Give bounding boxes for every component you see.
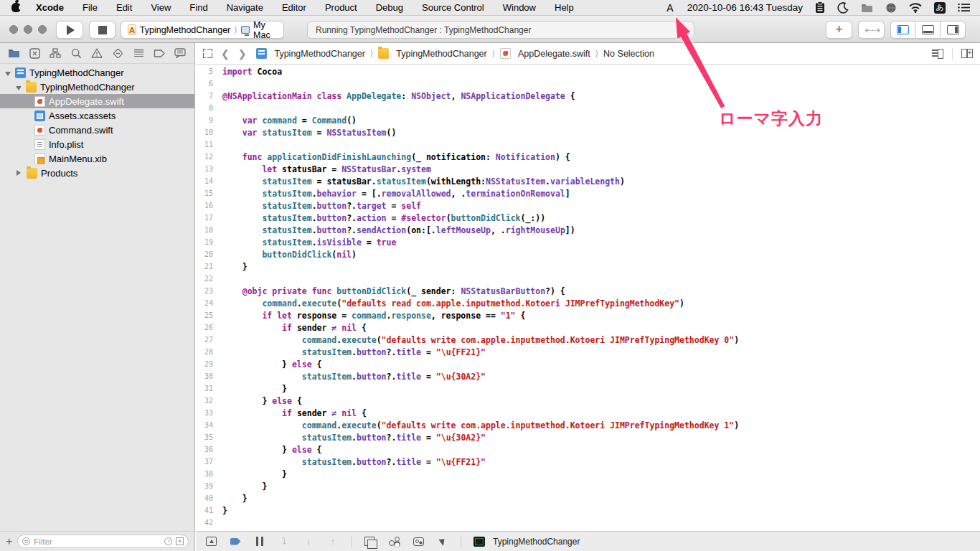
line-number[interactable]: 8 xyxy=(196,104,213,112)
navigator-tab-project[interactable] xyxy=(7,47,20,60)
code-line[interactable]: 27 command.execute("defaults write com.a… xyxy=(196,334,980,346)
line-number[interactable]: 24 xyxy=(196,299,213,307)
step-out-icon[interactable]: ↑ xyxy=(326,535,339,548)
code-line[interactable]: 10 var statusItem = NSStatusItem() xyxy=(196,126,980,138)
code-line[interactable]: 17 statusItem.button?.action = #selector… xyxy=(196,212,980,224)
tree-item-info-plist[interactable]: Info.plist xyxy=(0,137,194,151)
code-review-button[interactable]: ⇠⇢ xyxy=(858,21,885,39)
line-number[interactable]: 14 xyxy=(196,177,213,185)
add-editor-icon[interactable] xyxy=(961,49,973,58)
close-window-button[interactable] xyxy=(9,25,18,34)
navigator-tab-debug[interactable] xyxy=(132,47,145,60)
code-line[interactable]: 37 statusItem.button?.title = "\u{FF21}" xyxy=(196,456,980,468)
code-line[interactable]: 13 let statusBar = NSStatusBar.system xyxy=(196,163,980,175)
tree-item-typingmethodchanger[interactable]: TypingMethodChanger xyxy=(0,65,194,80)
library-add-button[interactable]: + xyxy=(826,21,852,39)
editor-options-icon[interactable] xyxy=(932,49,943,58)
line-number[interactable]: 26 xyxy=(196,324,213,331)
apple-menu-icon[interactable] xyxy=(11,3,21,12)
menu-item-help[interactable]: Help xyxy=(545,2,583,13)
menu-item-view[interactable]: View xyxy=(141,2,180,13)
line-number[interactable]: 29 xyxy=(196,360,213,368)
line-number[interactable]: 20 xyxy=(196,250,213,258)
source-code-editor[interactable]: 5import Cocoa67@NSApplicationMain class … xyxy=(196,65,980,531)
code-line[interactable]: 6 xyxy=(196,77,980,90)
code-line[interactable]: 19 statusItem.isVisible = true xyxy=(196,236,980,248)
menu-item-debug[interactable]: Debug xyxy=(367,2,413,13)
running-app-icon[interactable] xyxy=(473,535,486,548)
filter-input[interactable]: Filter ✕ xyxy=(17,534,189,548)
line-number[interactable]: 36 xyxy=(196,446,213,453)
line-number[interactable]: 32 xyxy=(196,397,213,405)
code-line[interactable]: 26 if sender ≠ nil { xyxy=(196,321,980,334)
breadcrumb-selection[interactable]: No Selection xyxy=(603,49,654,59)
menu-item-find[interactable]: Find xyxy=(180,2,217,13)
line-number[interactable]: 39 xyxy=(196,482,213,490)
code-line[interactable]: 16 statusItem.button?.target = self xyxy=(196,199,980,212)
code-line[interactable]: 38 } xyxy=(196,468,980,480)
code-line[interactable]: 11 xyxy=(196,138,980,151)
pause-icon[interactable] xyxy=(253,535,266,548)
line-number[interactable]: 23 xyxy=(196,287,213,295)
code-line[interactable]: 15 statusItem.behavior = [.removalAllowe… xyxy=(196,187,980,199)
code-line[interactable]: 8 xyxy=(196,102,980,114)
navigator-tab-report[interactable] xyxy=(174,47,187,60)
breadcrumb-file[interactable]: AppDelegate.swift xyxy=(500,48,590,59)
line-number[interactable]: 15 xyxy=(196,189,213,197)
line-number[interactable]: 25 xyxy=(196,311,213,319)
line-number[interactable]: 12 xyxy=(196,153,213,161)
code-line[interactable]: 40 } xyxy=(196,492,980,504)
code-line[interactable]: 42 xyxy=(196,517,980,529)
tree-item-typingmethodchanger[interactable]: TypingMethodChanger xyxy=(0,80,194,94)
line-number[interactable]: 31 xyxy=(196,385,213,392)
back-chevron-icon[interactable]: ❮ xyxy=(221,48,230,60)
disclosure-triangle[interactable] xyxy=(16,86,22,90)
menu-clock[interactable]: 2020-10-06 16:43 Tuesday xyxy=(687,2,803,13)
code-line[interactable]: 14 statusItem = statusBar.statusItem(wit… xyxy=(196,175,980,187)
navigator-tab-source-control[interactable] xyxy=(28,47,41,60)
line-number[interactable]: 37 xyxy=(196,458,213,466)
menu-item-window[interactable]: Window xyxy=(494,2,545,13)
navigator-tab-find[interactable] xyxy=(70,47,83,60)
navigator-tab-breakpoint[interactable] xyxy=(153,47,166,60)
code-line[interactable]: 34 command.execute("defaults write com.a… xyxy=(196,419,980,431)
line-number[interactable]: 22 xyxy=(196,275,213,283)
disclosure-triangle[interactable] xyxy=(17,170,21,176)
code-line[interactable]: 28 statusItem.button?.title = "\u{FF21}" xyxy=(196,346,980,358)
code-line[interactable]: 32 } else { xyxy=(196,395,980,407)
line-number[interactable]: 21 xyxy=(196,263,213,270)
globe-icon[interactable] xyxy=(885,2,897,14)
line-number[interactable]: 7 xyxy=(196,92,213,100)
line-number[interactable]: 17 xyxy=(196,214,213,222)
menu-item-source-control[interactable]: Source Control xyxy=(413,2,494,13)
run-button[interactable] xyxy=(56,21,83,39)
clipboard-icon[interactable] xyxy=(815,1,825,14)
menu-list-icon[interactable] xyxy=(958,3,970,12)
menu-app-name[interactable]: Xcode xyxy=(27,0,73,16)
tree-item-command-swift[interactable]: Command.swift xyxy=(0,123,194,137)
tree-item-assets-xcassets[interactable]: Assets.xcassets xyxy=(0,108,194,123)
code-line[interactable]: 9 var command = Command() xyxy=(196,114,980,126)
do-not-disturb-icon[interactable] xyxy=(837,2,849,14)
code-line[interactable]: 39 } xyxy=(196,480,980,492)
disclosure-triangle[interactable] xyxy=(5,72,11,76)
navigator-tab-symbol[interactable] xyxy=(49,47,62,60)
line-number[interactable]: 42 xyxy=(196,519,213,527)
code-line[interactable]: 36 } else { xyxy=(196,443,980,456)
code-line[interactable]: 33 if sender ≠ nil { xyxy=(196,407,980,419)
line-number[interactable]: 28 xyxy=(196,348,213,356)
source-control-status-icon[interactable]: ✕ xyxy=(176,537,184,545)
code-line[interactable]: 7@NSApplicationMain class AppDelegate: N… xyxy=(196,90,980,102)
simulate-location-icon[interactable] xyxy=(436,535,449,548)
line-number[interactable]: 13 xyxy=(196,165,213,173)
breadcrumb-group[interactable]: TypingMethodChanger xyxy=(378,48,486,59)
add-file-button[interactable]: + xyxy=(6,535,12,548)
breadcrumb-project[interactable]: TypingMethodChanger xyxy=(256,48,364,59)
forward-chevron-icon[interactable]: ❯ xyxy=(238,48,247,60)
view-hierarchy-icon[interactable] xyxy=(363,535,376,548)
code-line[interactable]: 22 xyxy=(196,273,980,285)
line-number[interactable]: 33 xyxy=(196,409,213,417)
code-line[interactable]: 20 buttonDidClick(nil) xyxy=(196,248,980,260)
folder-icon[interactable] xyxy=(861,3,873,13)
navigator-tab-test[interactable] xyxy=(111,47,124,60)
